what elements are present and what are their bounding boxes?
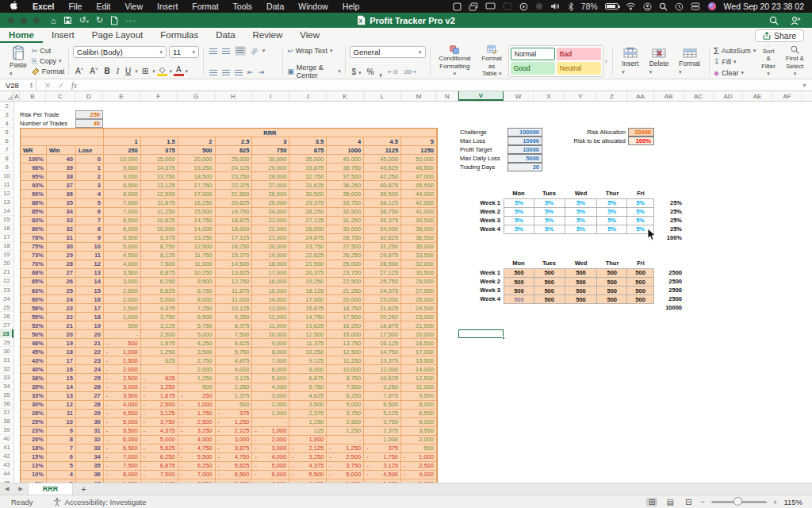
matrix-cell[interactable]: -3,000	[216, 436, 253, 444]
matrix-cell[interactable]: 4,000	[216, 365, 253, 374]
matrix-cell[interactable]: 14,000	[401, 365, 437, 374]
matrix-cell[interactable]: 40,000	[327, 155, 364, 164]
input-value-0[interactable]: 250	[75, 110, 103, 119]
matrix-cell[interactable]: -4,000	[401, 471, 437, 479]
font-size-select[interactable]: 11▾	[169, 46, 199, 58]
ratio-header[interactable]: 3	[252, 137, 289, 146]
matrix-cell[interactable]: 35,000	[327, 190, 364, 198]
alloc-pct-cell[interactable]: 5%	[597, 225, 627, 234]
row-header-10[interactable]: 10	[0, 171, 13, 180]
wr-cell[interactable]: 70%	[21, 260, 47, 269]
alloc-amt-cell[interactable]: 500	[565, 269, 598, 278]
win-cell[interactable]: 38	[47, 172, 76, 181]
matrix-cell[interactable]: -	[327, 436, 364, 444]
lose-cell[interactable]: 33	[76, 444, 104, 453]
matrix-cell[interactable]: 10,625	[141, 217, 178, 225]
alloc-amt-cell[interactable]: 500	[565, 287, 598, 295]
wr-cell[interactable]: 68%	[21, 269, 47, 278]
matrix-cell[interactable]: 36,500	[401, 234, 437, 243]
win-cell[interactable]: 34	[47, 208, 76, 217]
orientation-button[interactable]: ab	[249, 46, 259, 56]
win-cell[interactable]: 18	[47, 348, 76, 356]
row-header-15[interactable]: 15	[0, 216, 13, 225]
matrix-cell[interactable]: 8,750	[178, 287, 216, 295]
alloc-amt-cell[interactable]: 500	[627, 278, 654, 287]
lose-cell[interactable]: 34	[76, 453, 104, 462]
row-header-16[interactable]: 16	[0, 225, 13, 233]
matrix-cell[interactable]: 3,750	[327, 410, 364, 418]
name-box[interactable]: V28▲▼	[0, 79, 36, 90]
matrix-cell[interactable]: -2,125	[216, 427, 253, 436]
lose-cell[interactable]: 8	[76, 225, 104, 234]
row-header-4[interactable]: 4	[0, 119, 13, 128]
wr-cell[interactable]: 15%	[21, 453, 47, 462]
win-cell[interactable]: 36	[47, 190, 76, 198]
matrix-cell[interactable]: 3,500	[289, 401, 327, 410]
zoom-slider-knob[interactable]	[733, 497, 742, 506]
challenge-value-2[interactable]: 10000	[508, 145, 542, 154]
wr-cell[interactable]: 73%	[21, 252, 47, 260]
matrix-cell[interactable]: 24,000	[252, 208, 289, 217]
clear-button[interactable]: ◈Clear ▾	[714, 68, 756, 78]
matrix-cell[interactable]: 7,000	[104, 208, 141, 217]
matrix-cell[interactable]: 27,125	[289, 217, 327, 225]
cell-style-normal[interactable]: Normal	[511, 48, 555, 60]
matrix-cell[interactable]: -4,375	[141, 427, 178, 436]
wr-cell[interactable]: 23%	[21, 427, 47, 436]
matrix-cell[interactable]: 4,000	[104, 260, 141, 269]
matrix-cell[interactable]: 27,125	[364, 269, 401, 278]
matrix-cell[interactable]: 12,500	[327, 348, 364, 356]
vpn-icon[interactable]	[535, 2, 543, 10]
menu-tools[interactable]: Tools	[226, 2, 260, 11]
matrix-cell[interactable]: 11,000	[178, 260, 216, 269]
matrix-cell[interactable]: 23,000	[252, 217, 289, 225]
matrix-cell[interactable]: -2,500	[178, 418, 216, 427]
alloc-amt-cell[interactable]: 500	[627, 295, 654, 304]
challenge-value-4[interactable]: 20	[508, 163, 542, 171]
format-as-table-button[interactable]: Formatas Table ▾	[475, 45, 508, 77]
alloc-amt-cell[interactable]: 500	[534, 295, 565, 304]
matrix-cell[interactable]: 1,250	[289, 418, 327, 427]
fill-color-button[interactable]: ◇	[157, 66, 168, 76]
zoom-in-button[interactable]: +	[773, 498, 778, 506]
matrix-cell[interactable]: 20,000	[178, 155, 216, 164]
matrix-cell[interactable]: -2,500	[141, 401, 178, 410]
win-cell[interactable]: 30	[47, 243, 76, 252]
merge-center-button[interactable]: ▣Merge & Center ▾	[287, 67, 341, 76]
matrix-cell[interactable]: 2,750	[178, 356, 216, 365]
column-header-W[interactable]: W	[504, 91, 534, 101]
wr-cell[interactable]: 88%	[21, 199, 47, 208]
lose-cell[interactable]: 1	[76, 164, 104, 172]
alloc-amt-cell[interactable]: 500	[627, 269, 654, 278]
stage-manager-icon[interactable]	[691, 2, 700, 10]
matrix-cell[interactable]: 15,875	[289, 304, 327, 313]
matrix-cell[interactable]: -3,000	[104, 383, 141, 392]
column-header-I[interactable]: I	[252, 91, 289, 101]
wr-cell[interactable]: 40%	[21, 365, 47, 374]
column-header-AB[interactable]: AB	[654, 91, 684, 101]
wr-cell[interactable]: 48%	[21, 339, 47, 348]
win-cell[interactable]: 15	[47, 374, 76, 383]
matrix-cell[interactable]: 25,000	[252, 199, 289, 208]
matrix-cell[interactable]: 25,750	[364, 278, 401, 287]
win-cell[interactable]: 35	[47, 199, 76, 208]
cell-style-neutral[interactable]: Neutral	[557, 62, 601, 75]
matrix-cell[interactable]: 5,000	[252, 374, 289, 383]
share-button[interactable]: Share	[755, 29, 804, 42]
matrix-cell[interactable]: 30,000	[327, 225, 364, 234]
borders-button[interactable]: ⊞	[140, 67, 151, 75]
matrix-cell[interactable]: 15,000	[327, 330, 364, 339]
cancel-entry-icon[interactable]: ✕	[44, 81, 51, 90]
row-header-30[interactable]: 30	[0, 347, 13, 356]
matrix-cell[interactable]: 1,000	[364, 436, 401, 444]
win-cell[interactable]: 10	[47, 418, 76, 427]
matrix-cell[interactable]: 48,500	[401, 164, 437, 172]
row-header-32[interactable]: 32	[0, 364, 13, 373]
lose-cell[interactable]: 15	[76, 287, 104, 295]
column-header-H[interactable]: H	[215, 91, 252, 101]
win-cell[interactable]: 12	[47, 401, 76, 410]
undo-icon[interactable]: ↺▾	[79, 15, 89, 25]
select-all-corner[interactable]	[0, 91, 14, 101]
matrix-cell[interactable]: 12,750	[216, 278, 253, 287]
number-format-select[interactable]: General▾	[350, 46, 426, 58]
